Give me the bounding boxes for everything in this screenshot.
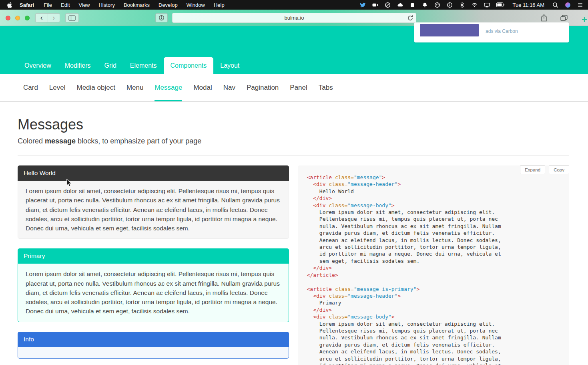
code-column: Expand Copy <article class="message"> <d…	[298, 165, 570, 365]
bluetooth-icon[interactable]	[459, 2, 465, 8]
sidebar-icon	[68, 15, 76, 21]
code-line: id porttitor mi magna a neque. Donec dui…	[307, 362, 562, 365]
subnav-item-tabs[interactable]: Tabs	[319, 74, 333, 101]
menubar-clock[interactable]: Tue 11:16 AM	[513, 2, 545, 8]
subtitle-suffix: blocks, to emphasize part of your page	[76, 137, 201, 145]
code-line: <div class="message-body">	[307, 202, 562, 209]
back-button[interactable]: ‹	[36, 14, 48, 22]
apple-menu[interactable]	[7, 2, 12, 8]
code-line: Pellentesque risus mi, tempus quis place…	[307, 216, 562, 222]
subnav-item-panel[interactable]: Panel	[290, 74, 307, 101]
macos-menubar: Safari FileEditViewHistoryBookmarksDevel…	[0, 0, 588, 10]
spotlight-icon[interactable]	[552, 2, 558, 8]
share-button[interactable]	[539, 14, 549, 22]
ad-image[interactable]	[420, 24, 479, 36]
tab-overview[interactable]: Overview	[18, 57, 58, 74]
components-subnav: CardLevelMedia objectMenuMessageModalNav…	[0, 74, 588, 102]
code-line: gravida purus diam, et dictum felis vene…	[307, 230, 562, 236]
do-not-disturb-icon[interactable]	[385, 2, 391, 8]
screen-record-icon[interactable]	[372, 2, 378, 8]
menu-file[interactable]: File	[44, 2, 52, 8]
subtitle-bold: message	[45, 137, 76, 145]
code-line: nulla. Vestibulum rhoncus ac ex sit amet…	[307, 334, 562, 341]
menubar-system-icons	[552, 2, 583, 8]
menubar-status-icons	[360, 2, 505, 8]
airplay-icon[interactable]	[484, 2, 490, 8]
icloud-icon[interactable]	[397, 2, 403, 8]
message-example-primary: PrimaryLorem ipsum dolor sit amet, conse…	[18, 248, 289, 322]
wifi-icon[interactable]	[472, 2, 478, 8]
example-columns: Hello WorldLorem ipsum dolor sit amet, c…	[18, 165, 569, 365]
divider	[18, 155, 569, 155]
message-example-hello-world: Hello WorldLorem ipsum dolor sit amet, c…	[18, 165, 289, 239]
code-line: Pellentesque risus mi, tempus quis place…	[307, 327, 562, 334]
code-block[interactable]: <article class="message"> <div class="me…	[307, 174, 562, 365]
menu-window[interactable]: Window	[187, 2, 205, 8]
code-line: <div class="message-header">	[307, 292, 562, 299]
info-circle-icon[interactable]	[447, 2, 453, 8]
code-actions: Expand Copy	[520, 165, 569, 174]
info-circle-icon	[159, 15, 165, 21]
subnav-item-nav[interactable]: Nav	[223, 74, 235, 101]
subnav-item-level[interactable]: Level	[49, 74, 66, 101]
tab-components[interactable]: Components	[164, 57, 214, 74]
reload-icon[interactable]	[407, 15, 413, 21]
forward-button[interactable]: ›	[48, 14, 60, 22]
page-subtitle: Colored message blocks, to emphasize par…	[18, 137, 569, 145]
code-line: sem eget, facilisis sodales sem.	[307, 258, 562, 264]
address-bar[interactable]: bulma.io	[172, 13, 416, 23]
code-line: <article class="message">	[307, 174, 562, 181]
code-line: Aenean ac eleifend lacus, in mollis lect…	[307, 237, 562, 244]
subnav-item-message[interactable]: Message	[155, 74, 182, 101]
carbon-ad-card[interactable]: ads via Carbon	[414, 22, 569, 42]
spiral-app-icon[interactable]	[434, 2, 440, 8]
code-line: </div>	[307, 307, 562, 313]
tab-layout[interactable]: Layout	[213, 57, 246, 74]
code-line: </div>	[307, 264, 562, 271]
tab-modifiers[interactable]: Modifiers	[58, 57, 98, 74]
sidebar-button[interactable]	[65, 13, 79, 22]
code-line	[307, 278, 562, 285]
menu-history[interactable]: History	[98, 2, 114, 8]
subnav-item-menu[interactable]: Menu	[126, 74, 144, 101]
menu-develop[interactable]: Develop	[159, 2, 178, 8]
menu-view[interactable]: View	[79, 2, 90, 8]
tab-grid[interactable]: Grid	[98, 57, 123, 74]
subnav-item-media-object[interactable]: Media object	[77, 74, 115, 101]
subnav-item-modal[interactable]: Modal	[193, 74, 212, 101]
menu-help[interactable]: Help	[214, 2, 225, 8]
menu-edit[interactable]: Edit	[61, 2, 70, 8]
siri-icon[interactable]	[565, 2, 571, 8]
twitter-icon[interactable]	[360, 2, 366, 8]
notification-center-icon[interactable]	[577, 2, 583, 8]
message-header: Primary	[18, 248, 289, 264]
ad-caption-link[interactable]: ads via Carbon	[486, 28, 518, 34]
expand-button[interactable]: Expand	[520, 165, 545, 174]
window-zoom-button[interactable]	[25, 16, 30, 20]
subnav-item-card[interactable]: Card	[23, 74, 38, 101]
window-close-button[interactable]	[6, 16, 10, 20]
code-line: <article class="message is-primary">	[307, 286, 562, 292]
notification-bell-icon[interactable]	[422, 2, 428, 8]
extension-button[interactable]	[155, 13, 168, 22]
history-nav-group: ‹ ›	[35, 13, 60, 22]
window-minimize-button[interactable]	[15, 16, 20, 20]
ghost-app-icon[interactable]	[409, 2, 415, 8]
battery-icon[interactable]	[496, 2, 505, 7]
code-line: Lorem ipsum dolor sit amet, consectetur …	[307, 209, 562, 216]
page-title: Messages	[18, 116, 569, 133]
share-icon	[541, 14, 547, 22]
code-line: id porttitor mi magna a neque. Donec dui…	[307, 250, 562, 257]
menu-bookmarks[interactable]: Bookmarks	[124, 2, 150, 8]
menubar-status-area: Tue 11:16 AM	[360, 2, 584, 8]
show-all-tabs-button[interactable]	[559, 14, 569, 22]
main-content: Messages Colored message blocks, to emph…	[0, 102, 588, 365]
tabs-overview-icon	[560, 15, 568, 21]
tab-elements[interactable]: Elements	[123, 57, 164, 74]
message-body: Lorem ipsum dolor sit amet, consectetur …	[18, 264, 289, 322]
address-url: bulma.io	[284, 15, 304, 21]
copy-button[interactable]: Copy	[549, 165, 569, 174]
subnav-item-pagination[interactable]: Pagination	[247, 74, 279, 101]
active-app-name[interactable]: Safari	[20, 2, 34, 8]
new-tab-button[interactable]: +	[582, 15, 587, 24]
